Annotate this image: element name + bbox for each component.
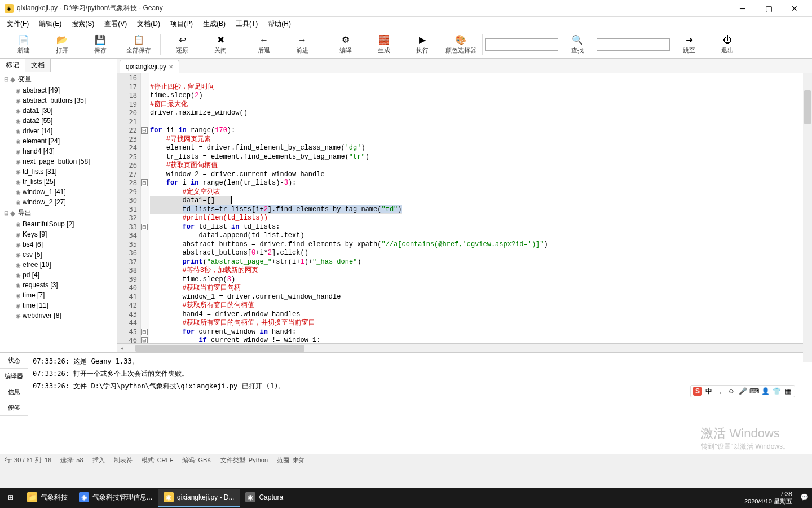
tree-item[interactable]: ◉time [11] [0, 300, 117, 310]
code-line[interactable]: print("abstract_page_"+str(i+1)+"_has do… [149, 258, 812, 267]
ime-user-icon[interactable]: 👤 [761, 387, 770, 396]
tree-item[interactable]: ◉csv [5] [0, 249, 117, 260]
scrollbar-thumb[interactable] [135, 345, 304, 352]
ime-toolbar[interactable]: S 中 ， ☺ 🎤 ⌨ 👤 👕 ▦ [690, 385, 795, 397]
menu-edit[interactable]: 编辑(E) [34, 18, 66, 30]
code-line[interactable]: if current_window != window_1: [149, 336, 812, 343]
tree-item[interactable]: ◉tr_lists [25] [0, 177, 117, 187]
tree-item[interactable]: ◉hand4 [43] [0, 146, 117, 156]
ime-lang-icon[interactable]: 中 [704, 387, 713, 396]
tree-item[interactable]: ◉requests [3] [0, 280, 117, 290]
code-line[interactable]: #定义空列表 [149, 188, 812, 197]
fold-icon[interactable]: ⊟ [141, 337, 148, 343]
tree-item[interactable]: ◉Keys [9] [0, 229, 117, 239]
close-icon[interactable]: ✕ [169, 64, 173, 70]
ime-punct-icon[interactable]: ， [716, 387, 725, 396]
toolbar-button[interactable]: 🎨颜色选择器 [442, 32, 480, 58]
menu-tools[interactable]: 工具(T) [231, 18, 262, 30]
notification-icon[interactable]: 💬 [797, 489, 812, 507]
menu-view[interactable]: 查看(V) [100, 18, 131, 30]
toolbar-button[interactable]: ↩还原 [163, 32, 201, 58]
code-line[interactable] [149, 74, 812, 83]
fold-column[interactable]: ⊟⊟⊟⊟⊟ [141, 73, 149, 343]
symbol-tree[interactable]: ⊟◆ 变量◉abstract [49]◉abstract_buttons [35… [0, 72, 117, 352]
code-line[interactable]: #寻找网页元素 [149, 135, 812, 144]
bottom-tab-messages[interactable]: 信息 [0, 384, 28, 400]
fold-icon[interactable]: ⊟ [141, 127, 148, 134]
menu-search[interactable]: 搜索(S) [67, 18, 99, 30]
menu-build[interactable]: 生成(B) [198, 18, 230, 30]
taskbar-item[interactable]: ◉气象科技管理信息... [73, 489, 158, 507]
ime-toolbox-icon[interactable]: ▦ [783, 387, 792, 396]
bottom-tab-status[interactable]: 状态 [0, 353, 28, 369]
tree-item[interactable]: ◉abstract_buttons [35] [0, 95, 117, 106]
code-line[interactable]: abstract_buttons = driver.find_elements_… [149, 240, 812, 249]
tree-item[interactable]: ◉abstract [49] [0, 85, 117, 95]
code-line[interactable]: #获取当前窗口句柄 [149, 284, 812, 293]
ime-skin-icon[interactable]: 👕 [772, 387, 781, 396]
taskbar-clock[interactable]: 7:38 2020/4/10 星期五 [740, 491, 797, 505]
menu-project[interactable]: 项目(P) [166, 18, 197, 30]
code-line[interactable]: #窗口最大化 [149, 100, 812, 110]
toolbar-input[interactable] [485, 38, 558, 51]
code-line[interactable]: window_2 = driver.current_window_handle [149, 170, 812, 179]
code-line[interactable]: #print(len(td_lists)) [149, 214, 812, 223]
fold-icon[interactable]: ⊟ [141, 224, 148, 230]
code-line[interactable]: time.sleep(2) [149, 91, 812, 100]
code-line[interactable]: abstract_buttons[0+i*2].click() [149, 249, 812, 258]
code-line[interactable]: #获取所有窗口的句柄值 [149, 301, 812, 310]
code-line[interactable]: #等待3秒，加载新的网页 [149, 266, 812, 275]
code-editor[interactable]: 1617181920212223242526272829303132333435… [117, 73, 812, 343]
ime-emoji-icon[interactable]: ☺ [727, 387, 736, 396]
taskbar-item[interactable]: ◉qixiangkeji.py - D... [158, 489, 240, 507]
scrollbar-thumb[interactable] [804, 90, 811, 124]
taskbar-item[interactable]: ◉Captura [240, 489, 289, 507]
code-line[interactable] [149, 118, 812, 127]
ime-mic-icon[interactable]: 🎤 [738, 387, 747, 396]
toolbar-button[interactable]: ⚙编译 [326, 32, 365, 58]
tree-item[interactable]: ◉element [24] [0, 136, 117, 146]
close-button[interactable]: ✕ [782, 1, 807, 16]
tree-group[interactable]: ⊟◆ 变量 [0, 73, 117, 85]
toolbar-button[interactable]: 📋全部保存 [120, 32, 158, 58]
toolbar-button[interactable]: 💾保存 [81, 32, 120, 58]
toolbar-button[interactable]: 🔍查找 [558, 32, 597, 58]
tree-item[interactable]: ◉webdriver [8] [0, 310, 117, 321]
code-line[interactable]: td_lists=tr_lists[i+2].find_elements_by_… [149, 205, 812, 214]
toolbar-button[interactable]: ←后退 [245, 32, 283, 58]
code-line[interactable]: for td_list in td_lists: [149, 223, 812, 232]
ime-keyboard-icon[interactable]: ⌨ [749, 387, 758, 396]
sidebar-tab-documents[interactable]: 文档 [25, 59, 51, 72]
toolbar-button[interactable]: 📄新建 [5, 32, 43, 58]
code-line[interactable]: data1=[] [149, 196, 812, 205]
toolbar-button[interactable]: ✖关闭 [201, 32, 240, 58]
code-line[interactable]: tr_lists = element.find_elements_by_tag_… [149, 153, 812, 162]
code-line[interactable]: element = driver.find_element_by_class_n… [149, 144, 812, 153]
toolbar-button[interactable]: ⏻退出 [708, 32, 747, 58]
code-line[interactable]: hand4 = driver.window_handles [149, 310, 812, 319]
menu-help[interactable]: 帮助(H) [263, 18, 295, 30]
start-button[interactable]: ⊞ [0, 489, 21, 507]
menu-document[interactable]: 文档(D) [133, 18, 165, 30]
message-area[interactable]: 07:33:26: 这是 Geany 1.33。 07:33:26: 打开一个或… [28, 353, 812, 454]
tree-item[interactable]: ◉window_2 [27] [0, 197, 117, 207]
tree-item[interactable]: ◉bs4 [6] [0, 239, 117, 249]
minimize-button[interactable]: ─ [730, 1, 756, 16]
tree-item[interactable]: ◉etree [10] [0, 260, 117, 270]
tree-item[interactable]: ◉BeautifulSoup [2] [0, 219, 117, 229]
fold-icon[interactable]: ⊟ [141, 329, 148, 335]
code-line[interactable]: window_1 = driver.current_window_handle [149, 293, 812, 302]
horizontal-scrollbar[interactable]: ◂ ▸ [117, 343, 812, 352]
taskbar-item[interactable]: 📁气象科技 [21, 489, 73, 507]
tree-item[interactable]: ◉time [7] [0, 290, 117, 300]
code-line[interactable]: driver.maximize_window() [149, 109, 812, 118]
tree-item[interactable]: ◉window_1 [41] [0, 187, 117, 197]
code-line[interactable]: for ii in range(170): [149, 126, 812, 135]
vertical-scrollbar[interactable] [803, 73, 812, 362]
toolbar-button[interactable]: ➜跳至 [670, 32, 708, 58]
code-content[interactable]: #停止四秒，留足时间time.sleep(2)#窗口最大化driver.maxi… [149, 73, 812, 343]
code-line[interactable]: data1.append(td_list.text) [149, 231, 812, 240]
code-line[interactable]: #停止四秒，留足时间 [149, 83, 812, 92]
collapse-icon[interactable]: ⊟ [2, 210, 10, 216]
toolbar-input[interactable] [597, 38, 670, 51]
